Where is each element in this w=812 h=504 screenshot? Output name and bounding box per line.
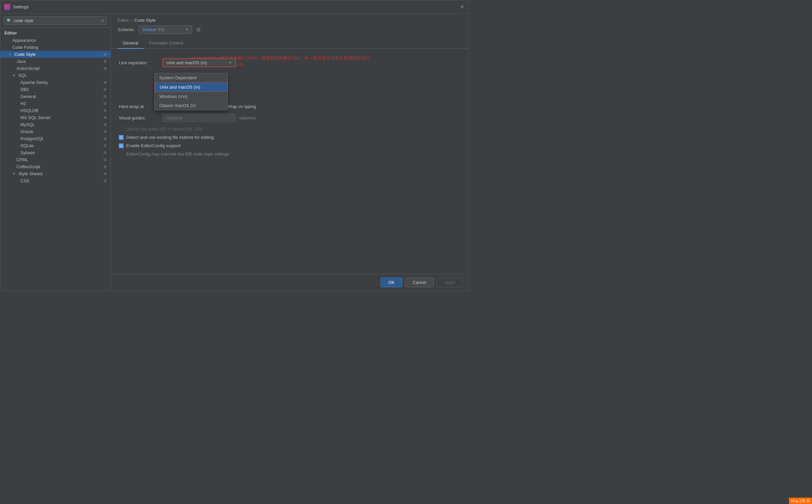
hsqldb-copy-icon: ⧉	[104, 108, 106, 113]
ms-sql-server-label: MS SQL Server	[20, 115, 51, 120]
code-folding-label: Code Folding	[12, 45, 38, 50]
line-separator-dropdown-menu: System-Dependent Unix and macOS (\n) Win…	[154, 73, 228, 110]
line-separator-dropdown[interactable]: Unix and macOS (\n) ▼	[162, 58, 236, 67]
sidebar-item-db2[interactable]: DB2 ⧉	[0, 86, 110, 93]
sidebar: 🔍 ✕ Editor Appearance Code Folding ▼	[0, 14, 111, 291]
breadcrumb-separator: ›	[131, 18, 132, 23]
cfml-label: CFML	[16, 157, 28, 162]
editor-config-checkbox[interactable]: ✓	[119, 143, 124, 148]
detect-indents-checkbox[interactable]: ✓	[119, 135, 124, 140]
app-icon	[4, 4, 10, 10]
gear-icon[interactable]: ⚙	[196, 26, 201, 33]
sidebar-item-java[interactable]: Java ⧉	[0, 58, 110, 65]
java-copy-icon: ⧉	[104, 59, 106, 64]
actionscript-label: ActionScript	[16, 66, 39, 71]
sidebar-item-sybase[interactable]: Sybase ⧉	[0, 149, 110, 156]
sidebar-item-postgresql[interactable]: PostgreSQL ⧉	[0, 135, 110, 142]
sidebar-item-css[interactable]: CSS ⧉	[0, 177, 110, 184]
wrap-on-typing-label: Wrap on typing	[227, 104, 256, 109]
css-label: CSS	[20, 178, 29, 183]
tabs-row: General Formatter Control	[111, 38, 468, 49]
code-style-label: Code Style	[14, 52, 36, 57]
sidebar-item-style-sheets[interactable]: ▼ Style Sheets ⧉	[0, 170, 110, 177]
search-input[interactable]	[14, 18, 101, 23]
breadcrumb-parent: Editor	[117, 18, 129, 23]
dialog-title: Settings	[13, 4, 29, 9]
search-icon: 🔍	[7, 18, 12, 23]
scheme-value: Default IDE	[142, 27, 165, 32]
scheme-dropdown[interactable]: Default IDE ▼	[139, 25, 192, 34]
ok-button[interactable]: OK	[381, 278, 402, 287]
sidebar-item-coffeescript[interactable]: CoffeeScript ⧉	[0, 163, 110, 170]
cancel-button[interactable]: Cancel	[405, 278, 434, 287]
postgresql-label: PostgreSQL	[20, 136, 44, 141]
coffeescript-copy-icon: ⧉	[104, 165, 106, 169]
dropdown-option-system-dependent[interactable]: System-Dependent	[155, 73, 228, 82]
bottom-bar: OK Cancel Apply	[111, 274, 468, 291]
sidebar-item-hsqldb[interactable]: HSQLDB ⧉	[0, 107, 110, 114]
hard-wrap-label: Hard wrap at	[119, 104, 159, 109]
java-label: Java	[16, 59, 25, 64]
visual-guides-columns-label: columns	[239, 115, 255, 120]
db2-label: DB2	[20, 87, 29, 92]
line-separator-label: Line separator:	[119, 60, 159, 65]
sidebar-item-general[interactable]: General ⧉	[0, 93, 110, 100]
breadcrumb: Editor › Code Style	[111, 14, 468, 25]
settings-dialog: Settings ✕ 🔍 ✕ Editor Appearance Code	[0, 0, 469, 291]
h2-copy-icon: ⧉	[104, 101, 106, 106]
sql-arrow: ▼	[12, 74, 16, 77]
search-wrapper[interactable]: 🔍 ✕	[4, 16, 107, 25]
code-style-copy-icon: ⧉	[104, 52, 106, 57]
scheme-row: Scheme: Default IDE ▼ ⚙	[111, 25, 468, 38]
sidebar-item-sql[interactable]: ▼ SQL	[0, 72, 110, 79]
clear-icon[interactable]: ✕	[101, 18, 104, 23]
oracle-label: Oracle	[20, 129, 33, 134]
sidebar-item-cfml[interactable]: CFML ⧉	[0, 156, 110, 163]
coffeescript-label: CoffeeScript	[16, 164, 40, 169]
scheme-label: Scheme:	[117, 27, 135, 32]
style-sheets-copy-icon: ⧉	[104, 172, 106, 176]
editor-config-sublabel: EditorConfig may override the IDE code s…	[119, 152, 460, 157]
sqlite-label: SQLite	[20, 143, 34, 148]
sidebar-item-appearance[interactable]: Appearance	[0, 37, 110, 44]
sidebar-tree: Editor Appearance Code Folding ▼ Code St…	[0, 28, 110, 291]
dropdown-option-classic-macos[interactable]: Classic macOS (\r)	[155, 101, 228, 110]
editor-config-row: ✓ Enable EditorConfig support	[119, 143, 460, 148]
sidebar-item-actionscript[interactable]: ActionScript ⧉	[0, 65, 110, 72]
actionscript-copy-icon: ⧉	[104, 66, 106, 71]
general-copy-icon: ⧉	[104, 94, 106, 99]
sidebar-item-sqlite[interactable]: SQLite ⧉	[0, 142, 110, 149]
editor-section-label: Editor	[0, 29, 110, 37]
watermark: blog.∑英·英	[789, 498, 812, 504]
breadcrumb-current: Code Style	[134, 18, 156, 23]
visual-guides-input[interactable]	[162, 114, 236, 122]
sidebar-item-ms-sql-server[interactable]: MS SQL Server ⧉	[0, 114, 110, 121]
tab-formatter-control[interactable]: Formatter Control	[144, 38, 188, 49]
ms-sql-server-copy-icon: ⧉	[104, 115, 106, 120]
h2-label: H2	[20, 101, 26, 106]
line-separator-row: Line separator: Unix and macOS (\n) ▼	[119, 58, 460, 67]
content-area: windows中idea编写文件换行为\r\n，而虚拟机的换行为\n，不一致导致…	[111, 49, 468, 274]
general-label: General	[20, 94, 36, 99]
visual-guides-row: Visual guides: columns	[119, 114, 460, 122]
mysql-label: MySQL	[20, 122, 35, 127]
sidebar-item-code-style[interactable]: ▼ Code Style ⧉	[0, 51, 110, 58]
sidebar-item-h2[interactable]: H2 ⧉	[0, 100, 110, 107]
apache-derby-label: Apache Derby	[20, 80, 48, 85]
visual-guides-label: Visual guides:	[119, 115, 159, 120]
db2-copy-icon: ⧉	[104, 87, 106, 92]
sidebar-item-oracle[interactable]: Oracle ⧉	[0, 128, 110, 135]
sql-label: SQL	[18, 73, 27, 78]
oracle-copy-icon: ⧉	[104, 129, 106, 134]
sybase-copy-icon: ⧉	[104, 150, 106, 155]
style-sheets-label: Style Sheets	[18, 171, 43, 176]
tab-general[interactable]: General	[117, 38, 144, 49]
css-copy-icon: ⧉	[104, 179, 106, 183]
dropdown-option-unix-macos[interactable]: Unix and macOS (\n)	[155, 82, 228, 92]
sidebar-item-mysql[interactable]: MySQL ⧉	[0, 121, 110, 128]
sidebar-item-code-folding[interactable]: Code Folding	[0, 44, 110, 51]
close-button[interactable]: ✕	[460, 4, 464, 10]
dropdown-option-windows[interactable]: Windows (\r\n)	[155, 92, 228, 101]
sidebar-item-apache-derby[interactable]: Apache Derby ⧉	[0, 79, 110, 86]
apply-button[interactable]: Apply	[436, 278, 463, 287]
